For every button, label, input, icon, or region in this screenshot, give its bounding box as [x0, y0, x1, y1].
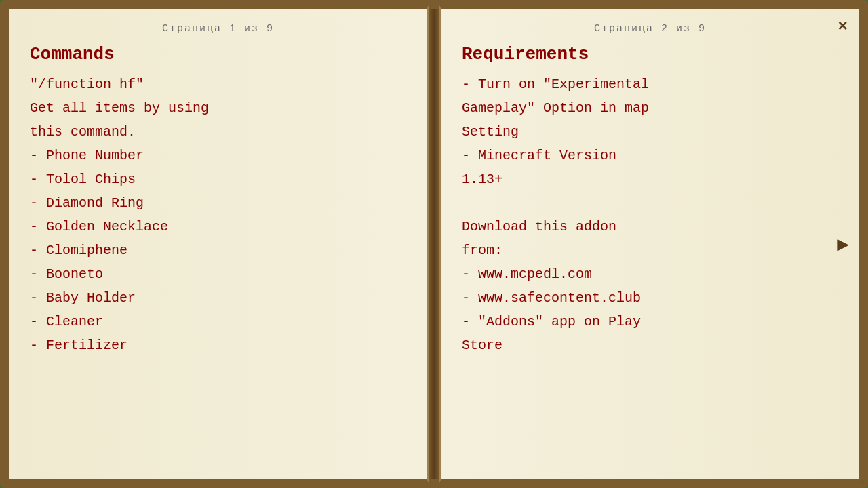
left-page: Страница 1 из 9 Commands "/function hf"G…: [5, 5, 429, 483]
list-item: - www.mcpedl.com: [462, 264, 838, 285]
list-item: Store: [462, 335, 838, 356]
right-page: Страница 2 из 9 × Requirements - Turn on…: [439, 5, 863, 483]
close-button[interactable]: ×: [838, 18, 848, 36]
left-page-number: Страница 1 из 9: [30, 23, 406, 35]
list-item: "/function hf": [30, 74, 399, 95]
list-item: Get all items by using: [30, 98, 399, 119]
next-page-button[interactable]: ▶: [837, 232, 849, 256]
right-page-number: Страница 2 из 9: [462, 23, 838, 35]
list-item: Download this addon: [462, 216, 838, 237]
right-page-content: - Turn on "ExperimentalGameplay" Option …: [462, 74, 838, 465]
list-item: - Diamond Ring: [30, 192, 399, 214]
list-item: - Clomiphene: [30, 240, 399, 261]
list-item: - "Addons" app on Play: [462, 311, 838, 332]
list-item: - Booneto: [30, 264, 399, 285]
right-page-title: Requirements: [462, 44, 838, 64]
list-item: [462, 192, 838, 214]
left-page-content: "/function hf"Get all items by usingthis…: [30, 74, 406, 465]
list-item: - Tolol Chips: [30, 169, 399, 190]
book: Страница 1 из 9 Commands "/function hf"G…: [0, 0, 868, 488]
list-item: Setting: [462, 121, 838, 142]
list-item: Gameplay" Option in map: [462, 98, 838, 119]
list-item: - www.safecontent.club: [462, 287, 838, 308]
list-item: this command.: [30, 121, 399, 142]
list-item: - Golden Necklace: [30, 216, 399, 237]
list-item: - Phone Number: [30, 145, 399, 166]
list-item: - Turn on "Experimental: [462, 74, 838, 95]
list-item: - Minecraft Version: [462, 145, 838, 166]
left-page-title: Commands: [30, 44, 406, 64]
list-item: - Baby Holder: [30, 287, 399, 308]
list-item: from:: [462, 240, 838, 261]
list-item: - Cleaner: [30, 311, 399, 332]
list-item: - Fertilizer: [30, 335, 399, 356]
list-item: 1.13+: [462, 169, 838, 190]
book-spine: [429, 5, 439, 483]
